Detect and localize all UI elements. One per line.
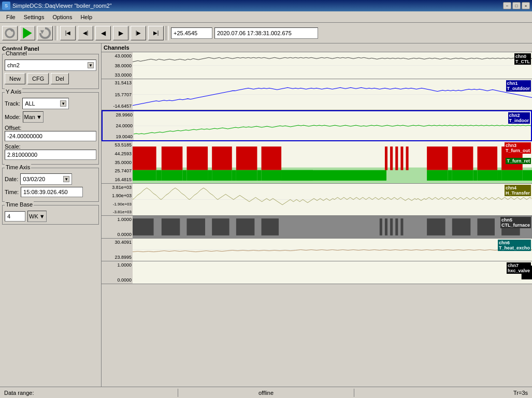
forward-button[interactable]: ▶ <box>113 26 128 40</box>
mode-row: Mode: Man ▼ <box>5 111 96 123</box>
svg-marker-1 <box>23 27 32 39</box>
date-select[interactable]: 03/02/20 ▼ <box>20 173 72 185</box>
time-base-unit-select[interactable]: WK ▼ <box>27 211 47 222</box>
minimize-button[interactable]: − <box>503 2 511 9</box>
datetime-display: 2020.07.06 17:38:31.002.675 <box>214 27 318 39</box>
svg-rect-46 <box>523 170 532 181</box>
chart-area: 43.0000 38.0000 33.0000 chn0T_CTL <box>102 52 532 387</box>
step-forward-button[interactable]: |▶ <box>131 26 146 40</box>
svg-rect-22 <box>232 170 236 181</box>
control-panel: Control Panel Channel chn2 ▼ New CFG Del… <box>0 43 102 387</box>
svg-rect-14 <box>162 146 183 170</box>
date-row: Date: 03/02/20 ▼ <box>5 173 96 185</box>
time-axis-label: Time Axis <box>5 164 31 170</box>
offset-input[interactable] <box>5 131 96 141</box>
chart-canvas-chn5[interactable]: chn5CTL_furnace <box>133 216 532 238</box>
back-button[interactable]: ◀ <box>95 26 111 40</box>
svg-rect-30 <box>385 146 387 170</box>
svg-rect-50 <box>133 218 154 235</box>
y-axis-chn2: 28.9960 24.0000 19.0040 <box>103 111 134 140</box>
date-label: Date: <box>5 176 18 182</box>
statusbar: Data range: offline Tr=3s <box>0 387 532 398</box>
svg-rect-60 <box>400 218 403 235</box>
play-button[interactable] <box>20 26 35 40</box>
del-button[interactable]: Del <box>51 73 69 84</box>
channel-dropdown-arrow: ▼ <box>88 62 94 68</box>
svg-rect-16 <box>182 170 186 181</box>
track-dropdown-arrow: ▼ <box>60 100 66 107</box>
app-icon: S <box>2 2 10 10</box>
titlebar: S SimpleDCS::DaqViewer "boiler_room2" − … <box>0 0 532 11</box>
toolbar-separator-2 <box>166 26 169 40</box>
track-label: Track: <box>5 100 20 107</box>
svg-rect-12 <box>133 170 156 181</box>
svg-rect-57 <box>385 218 387 235</box>
chart-canvas-chn7[interactable]: chn7hxc_valve <box>133 261 532 284</box>
ch3-label-top: chn3T_furn_out <box>505 142 531 154</box>
svg-rect-55 <box>262 218 279 235</box>
chart-canvas-chn0[interactable]: chn0T_CTL <box>133 52 532 79</box>
chart-canvas-chn2[interactable]: chn2T_indoor <box>134 111 531 140</box>
status-center: offline <box>178 390 354 396</box>
svg-point-0 <box>6 28 14 37</box>
svg-rect-18 <box>186 170 208 181</box>
y-axis-group: Y Axis Track: ALL ▼ Mode: Man ▼ Offset: <box>2 92 99 165</box>
ch1-label: chn1T_outdoor <box>506 80 531 92</box>
ch2-label: chn2T_indoor <box>508 112 530 124</box>
svg-rect-23 <box>236 146 257 170</box>
svg-rect-40 <box>473 170 477 181</box>
time-base-input[interactable] <box>5 211 25 222</box>
menu-settings[interactable]: Settings <box>20 13 49 21</box>
svg-rect-33 <box>400 146 403 170</box>
chart-canvas-chn3[interactable]: chn3T_furn_out T_furn_ret <box>133 141 532 183</box>
svg-rect-51 <box>162 218 180 235</box>
menu-help[interactable]: Help <box>76 13 96 21</box>
channel-row-chn2: 28.9960 24.0000 19.0040 chn2T_indoor <box>102 110 532 141</box>
svg-rect-15 <box>162 170 183 181</box>
time-base-label: Time Base <box>5 201 34 208</box>
step-back-button[interactable]: ◀| <box>78 26 93 40</box>
channel-select[interactable]: chn2 ▼ <box>5 60 96 71</box>
mode-select[interactable]: Man ▼ <box>23 111 44 123</box>
track-select[interactable]: ALL ▼ <box>22 98 69 109</box>
window-controls: − □ × <box>503 2 530 9</box>
svg-rect-32 <box>395 146 398 170</box>
svg-rect-41 <box>477 146 497 170</box>
menu-options[interactable]: Options <box>48 13 76 21</box>
close-button[interactable]: × <box>522 2 530 9</box>
chart-canvas-chn1[interactable]: chn1T_outdoor <box>133 79 532 110</box>
svg-rect-38 <box>452 146 473 170</box>
channel-row-chn3: 53.5185 44.2593 35.0000 25.7407 16.4815 … <box>102 141 532 184</box>
reload-button[interactable] <box>37 26 53 40</box>
svg-rect-11 <box>133 146 156 170</box>
scale-label: Scale: <box>5 143 21 150</box>
chart-canvas-chn6[interactable]: chn6T_heat_excho <box>133 239 532 261</box>
main-area: Control Panel Channel chn2 ▼ New CFG Del… <box>0 43 532 387</box>
offset-row: Offset: <box>5 125 96 143</box>
svg-rect-52 <box>186 218 205 235</box>
scale-input[interactable] <box>5 150 96 160</box>
svg-rect-31 <box>390 146 393 170</box>
cfg-button[interactable]: CFG <box>27 73 49 84</box>
skip-end-button[interactable]: ▶| <box>148 26 164 40</box>
ch3-label-bot: T_furn_ret <box>506 158 531 164</box>
y-axis-chn1: 31.5413 15.7707 -14.6457 <box>102 79 133 110</box>
svg-rect-13 <box>156 170 162 181</box>
svg-rect-20 <box>212 146 232 170</box>
svg-rect-58 <box>390 218 393 235</box>
svg-rect-21 <box>212 170 232 181</box>
skip-start-button[interactable]: |◀ <box>60 26 76 40</box>
new-button[interactable]: New <box>5 73 25 84</box>
svg-rect-59 <box>395 218 398 235</box>
menu-file[interactable]: File <box>2 13 20 21</box>
ch0-label: chn0T_CTL <box>514 53 531 65</box>
refresh-button[interactable] <box>2 26 18 40</box>
maximize-button[interactable]: □ <box>512 2 521 9</box>
time-input[interactable] <box>21 187 83 197</box>
channel-row-chn6: 30.4091 23.8995 chn6T_heat_excho <box>102 239 532 261</box>
svg-rect-19 <box>208 170 212 181</box>
menubar: File Settings Options Help <box>0 11 532 23</box>
svg-rect-61 <box>427 218 445 235</box>
window-title: SimpleDCS::DaqViewer "boiler_room2" <box>12 3 503 9</box>
chart-canvas-chn4[interactable]: chn4H_Transfer <box>133 184 532 215</box>
